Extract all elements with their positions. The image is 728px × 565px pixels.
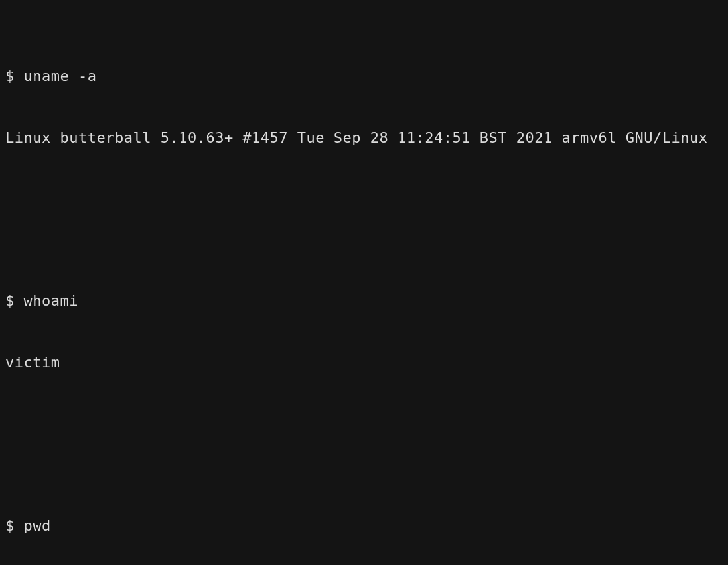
blank-line xyxy=(5,414,723,434)
terminal-window[interactable]: $ uname -a Linux butterball 5.10.63+ #14… xyxy=(5,5,723,565)
command-line: $ whoami xyxy=(5,291,723,312)
command-line: $ pwd xyxy=(5,516,723,536)
command-line: $ uname -a xyxy=(5,66,723,87)
blank-line xyxy=(5,189,723,210)
command-text: uname -a xyxy=(24,68,97,84)
output-line: Linux butterball 5.10.63+ #1457 Tue Sep … xyxy=(5,128,723,149)
command-text: pwd xyxy=(24,517,51,534)
output-line: victim xyxy=(5,353,723,373)
command-text: whoami xyxy=(24,292,78,309)
prompt-symbol: $ xyxy=(5,68,24,84)
output-text: Linux butterball 5.10.63+ #1457 Tue Sep … xyxy=(5,129,707,146)
prompt-symbol: $ xyxy=(5,517,24,534)
output-text: victim xyxy=(5,354,60,371)
prompt-symbol: $ xyxy=(5,292,24,309)
